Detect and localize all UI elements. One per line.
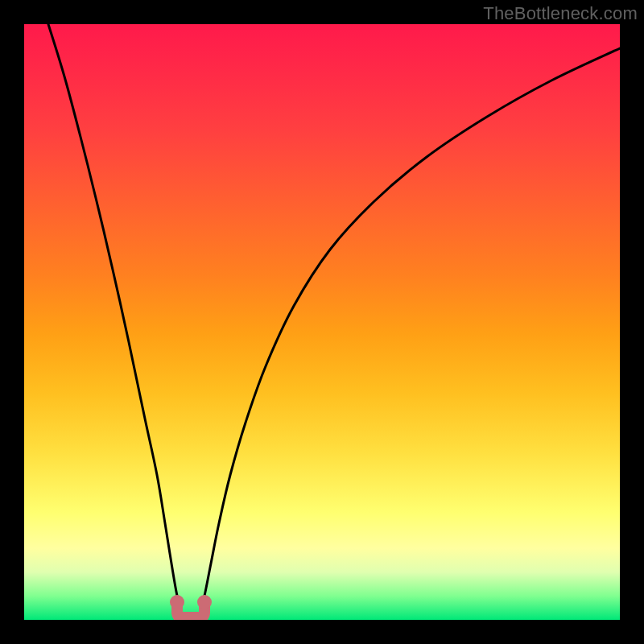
plot-area	[24, 24, 620, 620]
right-curve	[200, 48, 620, 613]
svg-point-1	[197, 595, 212, 609]
left-curve	[48, 24, 182, 613]
curve-layer	[24, 24, 620, 620]
watermark-text: TheBottleneck.com	[483, 3, 638, 24]
svg-point-0	[170, 595, 184, 609]
chart-frame: TheBottleneck.com	[0, 0, 644, 644]
bottom-marker	[170, 595, 212, 617]
